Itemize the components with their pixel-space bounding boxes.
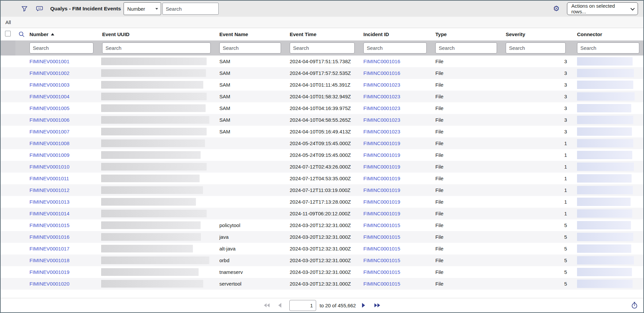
top-toolbar: Qualys - FIM Incident Events Number ⚙ Ac… — [1, 1, 643, 17]
first-page-button[interactable] — [264, 303, 270, 307]
number-link[interactable]: FIMINEV0001014 — [29, 211, 69, 216]
redacted-uuid-block — [101, 139, 205, 147]
filter-icon[interactable] — [21, 6, 27, 12]
cell-connector — [572, 256, 643, 265]
incident-link[interactable]: FIMINC0001015 — [363, 269, 400, 275]
filter-input-event-uuid[interactable] — [102, 42, 211, 54]
filter-input-number[interactable] — [29, 42, 93, 54]
column-header-incident-id[interactable]: Incident ID — [361, 31, 433, 37]
incident-link[interactable]: FIMINC0001015 — [363, 257, 400, 263]
number-link[interactable]: FIMINEV0001012 — [29, 187, 69, 193]
filter-input-incident-id[interactable] — [363, 42, 427, 54]
number-link[interactable]: FIMINEV0001010 — [29, 164, 69, 170]
number-link[interactable]: FIMINEV0001006 — [29, 117, 69, 123]
cell-severity: 1 — [503, 187, 572, 193]
breadcrumb-all[interactable]: All — [5, 19, 11, 25]
number-link[interactable]: FIMINEV0001007 — [29, 129, 69, 134]
actions-dropdown[interactable]: Actions on selected rows... — [567, 2, 638, 15]
cell-incident-id: FIMINC0001019 — [361, 211, 433, 216]
filter-input-event-name[interactable] — [219, 42, 281, 54]
table-row: FIMINEV0001001SAM2024-04-09T17:51:15.738… — [1, 56, 643, 67]
incident-link[interactable]: FIMINC0001016 — [363, 70, 400, 76]
number-link[interactable]: FIMINEV0001001 — [29, 59, 69, 64]
number-link[interactable]: FIMINEV0001002 — [29, 70, 69, 76]
column-header-event-time[interactable]: Event Time — [287, 31, 361, 37]
row-range-text: to 20 of 455,662 — [319, 303, 356, 308]
column-header-connector[interactable]: Connector — [572, 31, 643, 37]
cell-event-time: 2024-03-20T12:32:31.000Z — [287, 246, 361, 251]
search-field-select[interactable]: Number — [124, 2, 161, 15]
incident-link[interactable]: FIMINC0001019 — [363, 164, 400, 170]
table-row: FIMINEV0001007SAM2024-04-10T05:16:49.413… — [1, 126, 643, 137]
number-link[interactable]: FIMINEV0001017 — [29, 246, 69, 251]
redacted-uuid-block — [101, 116, 209, 124]
redacted-uuid-block — [101, 104, 206, 112]
select-all-checkbox[interactable] — [5, 31, 11, 36]
number-link[interactable]: FIMINEV0001011 — [29, 176, 69, 181]
number-link[interactable]: FIMINEV0001013 — [29, 199, 69, 205]
number-link[interactable]: FIMINEV0001019 — [29, 269, 69, 275]
column-header-event-uuid[interactable]: Event UUID — [99, 31, 217, 37]
number-link[interactable]: FIMINEV0001005 — [29, 105, 69, 111]
refresh-timer-icon[interactable] — [631, 302, 638, 309]
incident-link[interactable]: FIMINC0001019 — [363, 211, 400, 216]
cell-severity: 5 — [503, 269, 572, 275]
filter-input-connector[interactable] — [577, 42, 639, 54]
menu-icon[interactable] — [6, 7, 12, 11]
cell-event-uuid — [99, 128, 217, 135]
number-link[interactable]: FIMINEV0001015 — [29, 222, 69, 228]
incident-link[interactable]: FIMINC0001019 — [363, 187, 400, 193]
filter-input-event-time[interactable] — [290, 42, 355, 54]
number-link[interactable]: FIMINEV0001009 — [29, 152, 69, 158]
cell-number: FIMINEV0001015 — [27, 222, 99, 228]
previous-page-button[interactable] — [278, 303, 281, 308]
incident-link[interactable]: FIMINC0001019 — [363, 140, 400, 146]
incident-link[interactable]: FIMINC0001015 — [363, 234, 400, 240]
filter-input-type[interactable] — [435, 42, 497, 54]
column-header-severity[interactable]: Severity — [503, 31, 572, 37]
page-number-input[interactable] — [289, 300, 316, 311]
redacted-connector-block — [577, 186, 633, 194]
chat-icon[interactable] — [36, 6, 43, 12]
global-search-input[interactable] — [162, 3, 219, 15]
number-link[interactable]: FIMINEV0001018 — [29, 257, 69, 263]
cell-incident-id: FIMINC0001023 — [361, 117, 433, 123]
column-header-type[interactable]: Type — [433, 31, 503, 37]
redacted-uuid-block — [101, 256, 209, 264]
last-page-button[interactable] — [374, 303, 380, 307]
number-link[interactable]: FIMINEV0001004 — [29, 94, 69, 99]
incident-link[interactable]: FIMINC0001023 — [363, 105, 400, 111]
incident-link[interactable]: FIMINC0001023 — [363, 117, 400, 123]
column-header-number[interactable]: Number — [27, 31, 99, 37]
cell-type: File — [433, 246, 503, 251]
incident-link[interactable]: FIMINC0001019 — [363, 199, 400, 205]
cell-event-time: 2024-03-20T12:32:31.000Z — [287, 257, 361, 263]
cell-number: FIMINEV0001013 — [27, 199, 99, 205]
incident-link[interactable]: FIMINC0001015 — [363, 246, 400, 251]
filter-input-severity[interactable] — [506, 42, 566, 54]
cell-connector — [572, 244, 643, 253]
search-icon[interactable] — [18, 31, 25, 37]
cell-event-uuid — [99, 186, 217, 194]
incident-link[interactable]: FIMINC0001023 — [363, 94, 400, 99]
incident-link[interactable]: FIMINC0001015 — [363, 222, 400, 228]
incident-link[interactable]: FIMINC0001016 — [363, 59, 400, 64]
cell-connector — [572, 174, 643, 183]
cell-type: File — [433, 176, 503, 181]
redacted-uuid-block — [101, 233, 201, 241]
incident-link[interactable]: FIMINC0001023 — [363, 129, 400, 134]
next-page-button[interactable] — [362, 303, 365, 308]
number-link[interactable]: FIMINEV0001016 — [29, 234, 69, 240]
column-header-event-name[interactable]: Event Name — [217, 31, 287, 37]
incident-link[interactable]: FIMINC0001015 — [363, 281, 400, 287]
gear-icon[interactable]: ⚙ — [553, 5, 560, 12]
incident-link[interactable]: FIMINC0001019 — [363, 152, 400, 158]
incident-link[interactable]: FIMINC0001023 — [363, 82, 400, 88]
number-link[interactable]: FIMINEV0001008 — [29, 140, 69, 146]
number-link[interactable]: FIMINEV0001003 — [29, 82, 69, 88]
cell-event-time: 2024-04-09T17:57:52.535Z — [287, 70, 361, 76]
cell-event-time: 2024-07-12T02:43:26.000Z — [287, 164, 361, 170]
incident-link[interactable]: FIMINC0001019 — [363, 176, 400, 181]
cell-event-name: alt-java — [217, 246, 287, 251]
number-link[interactable]: FIMINEV0001020 — [29, 281, 69, 287]
